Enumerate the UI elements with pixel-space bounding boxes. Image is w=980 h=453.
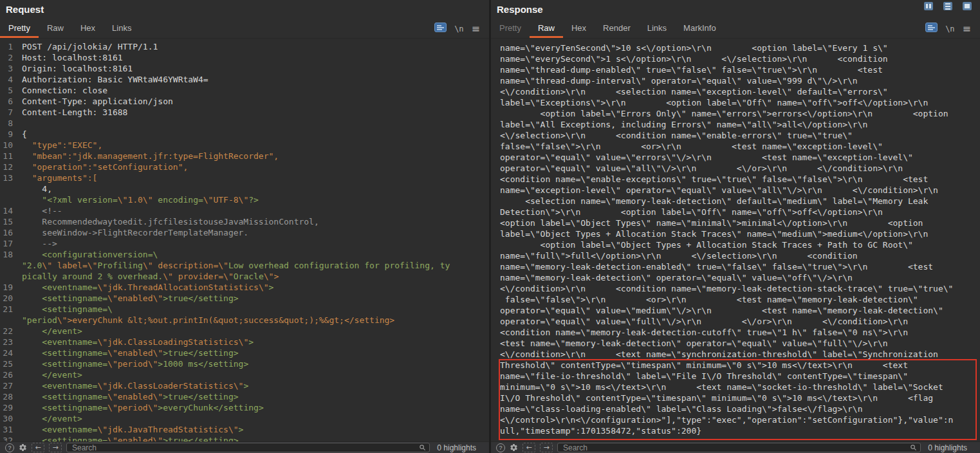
editor-menu-icon[interactable]: ≡ (472, 24, 480, 34)
search-next-button[interactable]: → (49, 443, 62, 452)
code-line: Detection\">\r\n <option label=\"Off\" n… (500, 207, 980, 217)
line-number: 23 (3, 337, 13, 347)
search-highlights-count: 0 highlights (434, 443, 484, 452)
code-line: 25 <settingname=\"period\">1000 ms</sett… (3, 358, 489, 369)
newline-toggle-icon[interactable]: \n (945, 24, 954, 33)
code-line: <option label=\"Object Types\" name=\"mi… (500, 217, 980, 228)
response-tab-links[interactable]: Links (639, 19, 675, 38)
pretty-print-icon[interactable] (925, 23, 938, 35)
line-number: 14 (3, 205, 13, 216)
layout-controls (924, 2, 972, 10)
code-line: 5Connection: close (3, 85, 489, 96)
response-tab-markinfo[interactable]: MarkInfo (675, 19, 725, 38)
code-line: operator=\"equal\" value=\"full\"\/>\r\n… (500, 316, 980, 327)
search-next-button[interactable]: → (540, 443, 553, 452)
response-tab-render[interactable]: Render (595, 19, 639, 38)
search-input[interactable] (66, 443, 430, 452)
code-line: operator=\"equal\" value=\"all\"\/>\r\n … (500, 163, 980, 174)
response-editor[interactable]: name=\"everyTenSecond\">10 s<\/option>\r… (491, 39, 980, 441)
search-prev-button[interactable]: ← (32, 443, 44, 452)
code-line: pically around 2 % overhead.\" provider=… (3, 271, 489, 282)
line-number: 24 (3, 347, 13, 358)
code-line: name=\"everyTenSecond\">10 s<\/option>\r… (500, 42, 980, 53)
line-number: 12 (3, 162, 13, 172)
response-tab-hex[interactable]: Hex (563, 19, 595, 38)
response-editor-tools: \n ≡ (925, 19, 980, 38)
code-line: 16 seeWindow->FlightRecorderTemplateMana… (3, 227, 489, 238)
help-icon[interactable]: ? (496, 443, 505, 452)
pretty-print-icon[interactable] (434, 23, 447, 35)
request-tabbar: Pretty Raw Hex Links \n ≡ (0, 19, 489, 39)
newline-toggle-icon[interactable]: \n (454, 24, 463, 33)
response-tab-raw[interactable]: Raw (530, 19, 563, 38)
code-line: operator=\"equal\" value=\"errors\"\/>\r… (500, 152, 980, 163)
code-line: name=\"class-loading-enabled\" label=\"C… (500, 403, 980, 414)
line-number: 9 (3, 129, 13, 140)
code-line: label=\"Exceptions\">\r\n <option label=… (500, 97, 980, 108)
code-line: name=\"memory-leak-detection-enabled\" t… (500, 261, 980, 272)
code-line: 27 <eventname=\"jdk.ClassLoaderStatistic… (3, 380, 489, 391)
code-line: 30 </event> (3, 413, 489, 424)
code-line: name=\"memory-leak-detection\" operator=… (500, 272, 980, 283)
code-line: 1POST /api/jolokia/ HTTP/1.1 (3, 41, 489, 52)
line-number: 10 (3, 140, 13, 151)
code-line: 4, (3, 183, 489, 194)
request-tab-pretty[interactable]: Pretty (0, 19, 39, 38)
code-line: 11 "mbean":"jdk.management.jfr:type=Flig… (3, 151, 489, 162)
code-line: 17 --> (3, 238, 489, 249)
line-number: 1 (3, 41, 13, 52)
help-icon[interactable]: ? (5, 443, 14, 452)
line-number: 6 (3, 96, 13, 107)
code-line: <option label=\"Errors Only\" name=\"err… (500, 108, 980, 119)
search-prev-button[interactable]: ← (522, 443, 535, 452)
code-line: 4Authorization: Basic YWRtaW46YWRtaW4= (3, 74, 489, 85)
code-line: 13 "arguments":[ (3, 172, 489, 183)
code-line: name=\"full\">full<\/option>\r\n <\/sele… (500, 250, 980, 261)
code-line: 6Content-Type: application/json (3, 96, 489, 107)
request-editor-tools: \n ≡ (434, 19, 489, 38)
code-line: Threshold\" contentType=\"timespan\" min… (500, 360, 980, 371)
request-editor[interactable]: 1POST /api/jolokia/ HTTP/1.12Host: local… (0, 39, 489, 441)
code-line: I\/O Threshold\" contentType=\"timespan\… (500, 393, 980, 403)
line-number: 31 (3, 424, 13, 435)
line-number: 22 (3, 326, 13, 337)
code-line: 2Host: localhost:8161 (3, 52, 489, 63)
code-line: 7Content-Length: 31688 (3, 107, 489, 118)
response-tabbar: Pretty Raw Hex Render Links MarkInfo \n … (491, 19, 980, 39)
code-line: 19 <eventname=\"jdk.ThreadAllocationStat… (3, 282, 489, 293)
response-tab-pretty[interactable]: Pretty (491, 19, 530, 38)
layout-single-button[interactable] (963, 2, 972, 10)
request-tab-hex[interactable]: Hex (72, 19, 104, 38)
line-number: 4 (3, 74, 13, 85)
code-line: 8 (3, 118, 489, 129)
code-line: 29 <settingname=\"period\">everyChunk</s… (3, 402, 489, 413)
layout-rows-button[interactable] (943, 2, 952, 10)
response-panel: Response Pretty Raw Hex Render Links Mar… (491, 0, 980, 453)
editor-menu-icon[interactable]: ≡ (963, 24, 971, 34)
code-line: 18 <configurationversion=\ (3, 249, 489, 260)
line-number: 2 (3, 52, 13, 63)
request-tab-raw[interactable]: Raw (39, 19, 72, 38)
code-line: 9{ (3, 129, 489, 140)
code-line: false=\"false\">\r\n <or>\r\n <test name… (500, 294, 980, 305)
line-number: 19 (3, 282, 13, 293)
code-line: 10 "type":"EXEC", (3, 140, 489, 151)
request-searchbar: ? ← → 0 highlights (0, 441, 489, 453)
code-line: minimum=\"0 s\">10 ms<\/text>\r\n <text … (500, 382, 980, 393)
search-settings-icon[interactable] (510, 443, 518, 452)
search-settings-icon[interactable] (19, 443, 27, 452)
code-line: <option label=\"Object Types + Allocatio… (500, 239, 980, 250)
code-line: 23 <eventname=\"jdk.ClassLoadingStatisti… (3, 337, 489, 347)
request-tab-links[interactable]: Links (104, 19, 140, 38)
code-line: "period\">everyChunk &lt;%out.printIn(&q… (3, 315, 489, 326)
line-number: 26 (3, 369, 13, 380)
search-input[interactable] (557, 443, 921, 452)
code-line: "<?xml version=\"1.0\" encoding=\"UTF-8\… (3, 194, 489, 205)
code-line: <\/selection>\r\n <condition name=\"enab… (500, 130, 980, 141)
line-number: 29 (3, 402, 13, 413)
code-line: name=\"exception-level\" operator=\"equa… (500, 185, 980, 196)
code-line: <test name=\"memory-leak-detection\" ope… (500, 338, 980, 349)
code-line: name=\"thread-dump-enabled\" true=\"fals… (500, 64, 980, 75)
line-number: 15 (3, 216, 13, 227)
layout-columns-button[interactable] (924, 2, 933, 10)
